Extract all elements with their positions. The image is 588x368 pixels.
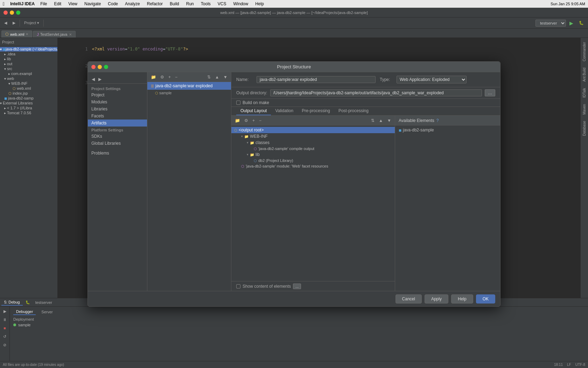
- dialog-min-btn[interactable]: [98, 65, 102, 69]
- menu-edit[interactable]: Edit: [52, 1, 63, 6]
- show-content-checkbox[interactable]: [236, 284, 240, 288]
- artifact-folder-btn[interactable]: 📁: [149, 74, 158, 80]
- apple-menu[interactable]: : [3, 1, 5, 7]
- artifact-remove-btn[interactable]: −: [174, 74, 179, 80]
- artifact-tree-toolbar: 📁 ⚙ + − ⇅ ▲ ▼: [147, 72, 231, 82]
- avail-java-db2-sample[interactable]: ◼ java-db2-sample: [395, 127, 500, 133]
- nav-back-btn[interactable]: ◀: [91, 76, 96, 82]
- build-on-make-row: Build on make: [231, 99, 500, 107]
- menu-code[interactable]: Code: [106, 1, 119, 6]
- type-select[interactable]: Web Application: Exploded: [397, 76, 467, 83]
- build-on-make-checkbox[interactable]: [236, 101, 240, 105]
- output-dir-browse[interactable]: …: [485, 89, 495, 96]
- apply-button[interactable]: Apply: [425, 294, 448, 304]
- out-webinf[interactable]: ▾ 📁 WEB-INF: [231, 133, 395, 139]
- cancel-button[interactable]: Cancel: [396, 294, 422, 304]
- out-classes[interactable]: ▾ 📁 classes: [231, 139, 395, 146]
- artifact-sample[interactable]: ⬡ sample: [147, 90, 231, 96]
- artifact-tree-panel: 📁 ⚙ + − ⇅ ▲ ▼ ☰ java-db2-sample:war expl…: [147, 72, 231, 291]
- name-input[interactable]: [257, 76, 376, 83]
- dialog-body: ◀ ▶ Project Settings Project Modules Lib…: [88, 72, 500, 291]
- name-label: Name:: [236, 77, 254, 82]
- project-structure-dialog: Project Structure ◀ ▶ Project Settings P…: [88, 61, 500, 307]
- dialog-titlebar: Project Structure: [88, 62, 500, 72]
- type-label: Type:: [380, 77, 394, 82]
- menu-refactor[interactable]: Refactor: [146, 1, 164, 6]
- tab-post-processing[interactable]: Post-processing: [334, 107, 373, 115]
- artifact-build-btn[interactable]: ⚙: [159, 74, 166, 80]
- expand-classes-icon: ▾: [247, 141, 248, 144]
- out-lib-label: lib: [255, 152, 260, 157]
- menu-window[interactable]: Window: [232, 1, 250, 6]
- out-tree-up-btn[interactable]: ▲: [377, 118, 384, 123]
- help-button[interactable]: Help: [451, 294, 473, 304]
- out-webinf-label: WEB-INF: [250, 134, 268, 139]
- out-facet-icon: ⬡: [241, 164, 244, 168]
- out-tree-build-btn[interactable]: ⚙: [243, 118, 250, 123]
- tab-output-layout[interactable]: Output Layout: [236, 107, 271, 115]
- dialog-traffic-lights: [91, 65, 108, 69]
- out-tree-down-btn[interactable]: ▼: [386, 118, 393, 123]
- out-compile-icon: ⬡: [254, 147, 257, 151]
- nav-sdks[interactable]: SDKs: [88, 133, 147, 140]
- dialog-overlay: Project Structure ◀ ▶ Project Settings P…: [0, 0, 588, 368]
- out-root-icon: ⬡: [234, 128, 237, 132]
- avail-module-icon: ◼: [399, 128, 401, 132]
- build-on-make-label: Build on make: [243, 100, 269, 105]
- artifact-add-btn[interactable]: +: [167, 74, 172, 80]
- nav-libraries[interactable]: Libraries: [88, 105, 147, 113]
- out-facet-label: 'java-db2-sample' module: 'Web' facet re…: [246, 164, 328, 168]
- show-content-btn[interactable]: ...: [293, 284, 301, 289]
- available-header: Available Elements ?: [395, 116, 500, 125]
- artifact-sub-icon: ⬡: [155, 91, 158, 95]
- output-layout: 📁 ⚙ + − ⇅ ▲ ▼ ⬡ <output roo: [231, 116, 500, 291]
- dialog-max-btn[interactable]: [104, 65, 108, 69]
- dialog-close-btn[interactable]: [91, 65, 96, 69]
- config-header: Name: Type: Web Application: Exploded: [231, 72, 500, 87]
- out-compile-output[interactable]: ⬡ 'java-db2-sample' compile output: [231, 146, 395, 151]
- artifact-war-exploded[interactable]: ☰ java-db2-sample:war exploded: [147, 82, 231, 90]
- artifact-up-btn[interactable]: ▲: [214, 74, 220, 80]
- menu-file[interactable]: File: [39, 1, 48, 6]
- tab-validation[interactable]: Validation: [271, 107, 298, 115]
- output-dir-input[interactable]: [270, 89, 482, 96]
- menu-tools[interactable]: Tools: [200, 1, 212, 6]
- out-facet-resources[interactable]: ⬡ 'java-db2-sample' module: 'Web' facet …: [231, 163, 395, 169]
- nav-project[interactable]: Project: [88, 91, 147, 98]
- ok-button[interactable]: OK: [476, 294, 495, 304]
- nav-artifacts[interactable]: Artifacts: [88, 120, 147, 127]
- menu-help[interactable]: Help: [254, 1, 265, 6]
- out-tree-sort-btn[interactable]: ⇅: [370, 118, 376, 123]
- war-icon: ☰: [151, 84, 154, 88]
- nav-forward-btn[interactable]: ▶: [97, 76, 103, 82]
- out-root[interactable]: ⬡ <output root>: [231, 127, 395, 133]
- artifact-sort-btn[interactable]: ⇅: [206, 74, 212, 80]
- avail-module-label: java-db2-sample: [403, 128, 434, 132]
- menu-navigate[interactable]: Navigate: [83, 1, 102, 6]
- nav-global-libraries[interactable]: Global Libraries: [88, 140, 147, 147]
- out-tree-add-btn[interactable]: +: [251, 118, 256, 123]
- artifact-sample-label: sample: [159, 91, 172, 95]
- nav-problems[interactable]: Problems: [88, 150, 147, 157]
- menu-analyze[interactable]: Analyze: [124, 1, 141, 6]
- out-lib[interactable]: ▾ 📁 lib: [231, 151, 395, 158]
- app-name: IntelliJ IDEA: [10, 1, 35, 6]
- available-help-btn[interactable]: ?: [436, 118, 439, 123]
- menu-run[interactable]: Run: [185, 1, 195, 6]
- out-compile-label: 'java-db2-sample' compile output: [258, 146, 314, 151]
- expand-lib-icon: ▾: [247, 153, 248, 156]
- artifact-down-btn[interactable]: ▼: [222, 74, 229, 80]
- show-content-row: Show content of elements ...: [231, 281, 395, 291]
- out-tree-folder-btn[interactable]: 📁: [233, 118, 241, 123]
- output-tree-content: ⬡ <output root> ▾ 📁 WEB-INF: [231, 125, 395, 281]
- menu-view[interactable]: View: [67, 1, 79, 6]
- menu-build[interactable]: Build: [168, 1, 181, 6]
- output-dir-row: Output directory: …: [231, 87, 500, 99]
- out-db2[interactable]: ⬡ db2 (Project Library): [231, 158, 395, 163]
- out-tree-remove-btn[interactable]: −: [258, 118, 263, 123]
- menu-vcs[interactable]: VCS: [216, 1, 228, 6]
- tab-pre-processing[interactable]: Pre-processing: [298, 107, 334, 115]
- nav-modules[interactable]: Modules: [88, 98, 147, 105]
- nav-facets[interactable]: Facets: [88, 113, 147, 120]
- config-tabs: Output Layout Validation Pre-processing …: [231, 107, 500, 116]
